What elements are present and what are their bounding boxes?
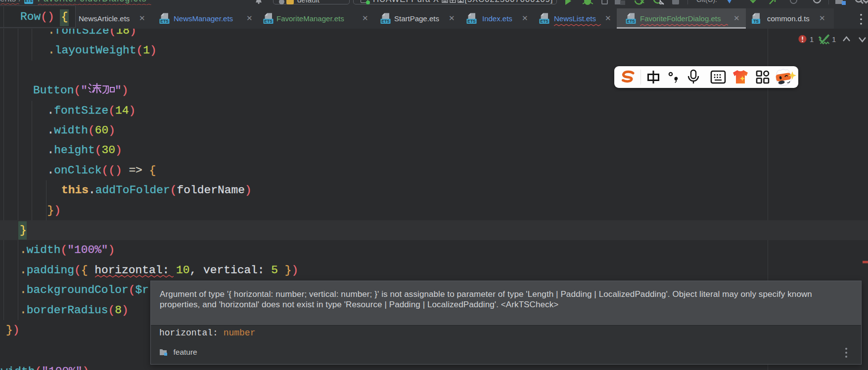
- svg-text:1: 1: [832, 35, 836, 43]
- svg-text:1: 1: [810, 35, 814, 43]
